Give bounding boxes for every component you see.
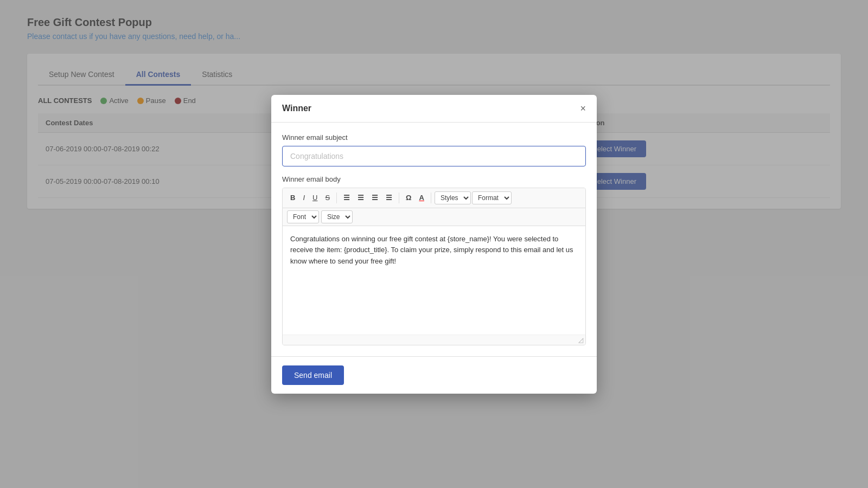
modal-header: Winner ×: [271, 95, 597, 123]
styles-select[interactable]: Styles: [435, 191, 471, 204]
modal-body: Winner email subject Winner email body B…: [271, 123, 597, 356]
email-subject-input[interactable]: [282, 146, 586, 166]
bold-button[interactable]: B: [287, 192, 298, 203]
winner-modal: Winner × Winner email subject Winner ema…: [271, 95, 597, 394]
email-body-text: Congratulations on winning our free gift…: [290, 235, 573, 266]
modal-close-button[interactable]: ×: [580, 104, 586, 113]
align-justify-button[interactable]: ☰: [382, 192, 395, 203]
strikethrough-button[interactable]: S: [322, 192, 333, 203]
modal-title: Winner: [282, 104, 311, 113]
toolbar-divider-2: [399, 192, 399, 203]
font-color-button[interactable]: A: [416, 192, 427, 203]
font-select[interactable]: Font: [287, 210, 319, 223]
modal-overlay: Winner × Winner email subject Winner ema…: [0, 0, 868, 488]
align-center-button[interactable]: ☰: [354, 192, 367, 203]
italic-button[interactable]: I: [299, 192, 308, 203]
editor-toolbar-row2: Font Size: [283, 208, 585, 226]
toolbar-divider-3: [431, 192, 431, 203]
toolbar-divider-1: [336, 192, 337, 203]
email-body-editor[interactable]: Congratulations on winning our free gift…: [283, 226, 585, 335]
rich-text-editor: B I U S ☰ ☰ ☰ ☰ Ω A Styles: [282, 188, 586, 345]
omega-button[interactable]: Ω: [403, 192, 414, 203]
send-email-button[interactable]: Send email: [282, 365, 344, 385]
format-select[interactable]: Format: [472, 191, 512, 204]
email-body-label: Winner email body: [282, 175, 586, 183]
modal-footer: Send email: [271, 356, 597, 394]
editor-toolbar-row1: B I U S ☰ ☰ ☰ ☰ Ω A Styles: [283, 188, 585, 208]
email-subject-label: Winner email subject: [282, 133, 586, 142]
align-left-button[interactable]: ☰: [340, 192, 353, 203]
size-select[interactable]: Size: [321, 210, 353, 223]
underline-button[interactable]: U: [309, 192, 321, 203]
editor-resize-handle: ◿: [283, 335, 585, 345]
align-right-button[interactable]: ☰: [368, 192, 381, 203]
